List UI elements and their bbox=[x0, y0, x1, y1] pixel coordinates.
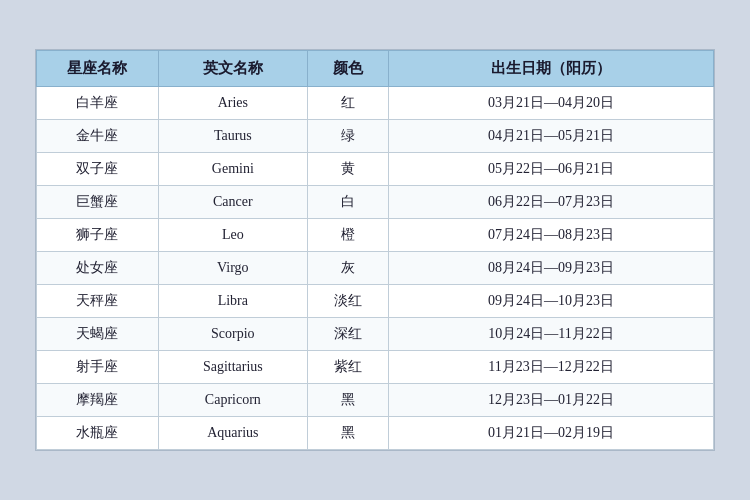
table-row: 处女座Virgo灰08月24日—09月23日 bbox=[37, 252, 714, 285]
table-row: 水瓶座Aquarius黑01月21日—02月19日 bbox=[37, 417, 714, 450]
cell-chinese-5: 处女座 bbox=[37, 252, 159, 285]
zodiac-table-container: 星座名称 英文名称 颜色 出生日期（阳历） 白羊座Aries红03月21日—04… bbox=[35, 49, 715, 451]
cell-date-6: 09月24日—10月23日 bbox=[389, 285, 714, 318]
table-row: 金牛座Taurus绿04月21日—05月21日 bbox=[37, 120, 714, 153]
cell-english-3: Cancer bbox=[158, 186, 307, 219]
cell-date-5: 08月24日—09月23日 bbox=[389, 252, 714, 285]
cell-english-0: Aries bbox=[158, 87, 307, 120]
cell-date-9: 12月23日—01月22日 bbox=[389, 384, 714, 417]
cell-english-2: Gemini bbox=[158, 153, 307, 186]
cell-english-7: Scorpio bbox=[158, 318, 307, 351]
table-row: 天秤座Libra淡红09月24日—10月23日 bbox=[37, 285, 714, 318]
table-row: 巨蟹座Cancer白06月22日—07月23日 bbox=[37, 186, 714, 219]
header-chinese: 星座名称 bbox=[37, 51, 159, 87]
table-row: 双子座Gemini黄05月22日—06月21日 bbox=[37, 153, 714, 186]
table-row: 天蝎座Scorpio深红10月24日—11月22日 bbox=[37, 318, 714, 351]
cell-english-4: Leo bbox=[158, 219, 307, 252]
header-english: 英文名称 bbox=[158, 51, 307, 87]
cell-color-5: 灰 bbox=[307, 252, 388, 285]
table-row: 白羊座Aries红03月21日—04月20日 bbox=[37, 87, 714, 120]
cell-chinese-3: 巨蟹座 bbox=[37, 186, 159, 219]
cell-date-1: 04月21日—05月21日 bbox=[389, 120, 714, 153]
cell-chinese-7: 天蝎座 bbox=[37, 318, 159, 351]
cell-date-2: 05月22日—06月21日 bbox=[389, 153, 714, 186]
cell-color-8: 紫红 bbox=[307, 351, 388, 384]
table-header-row: 星座名称 英文名称 颜色 出生日期（阳历） bbox=[37, 51, 714, 87]
cell-color-3: 白 bbox=[307, 186, 388, 219]
cell-date-10: 01月21日—02月19日 bbox=[389, 417, 714, 450]
cell-color-4: 橙 bbox=[307, 219, 388, 252]
cell-chinese-6: 天秤座 bbox=[37, 285, 159, 318]
cell-chinese-10: 水瓶座 bbox=[37, 417, 159, 450]
cell-english-1: Taurus bbox=[158, 120, 307, 153]
cell-date-0: 03月21日—04月20日 bbox=[389, 87, 714, 120]
header-color: 颜色 bbox=[307, 51, 388, 87]
cell-chinese-1: 金牛座 bbox=[37, 120, 159, 153]
cell-english-8: Sagittarius bbox=[158, 351, 307, 384]
cell-date-3: 06月22日—07月23日 bbox=[389, 186, 714, 219]
header-date: 出生日期（阳历） bbox=[389, 51, 714, 87]
cell-chinese-0: 白羊座 bbox=[37, 87, 159, 120]
cell-color-1: 绿 bbox=[307, 120, 388, 153]
cell-chinese-8: 射手座 bbox=[37, 351, 159, 384]
cell-color-7: 深红 bbox=[307, 318, 388, 351]
cell-date-8: 11月23日—12月22日 bbox=[389, 351, 714, 384]
table-row: 摩羯座Capricorn黑12月23日—01月22日 bbox=[37, 384, 714, 417]
cell-color-6: 淡红 bbox=[307, 285, 388, 318]
cell-color-9: 黑 bbox=[307, 384, 388, 417]
table-row: 狮子座Leo橙07月24日—08月23日 bbox=[37, 219, 714, 252]
table-row: 射手座Sagittarius紫红11月23日—12月22日 bbox=[37, 351, 714, 384]
cell-english-10: Aquarius bbox=[158, 417, 307, 450]
cell-color-0: 红 bbox=[307, 87, 388, 120]
cell-chinese-2: 双子座 bbox=[37, 153, 159, 186]
cell-english-9: Capricorn bbox=[158, 384, 307, 417]
cell-color-2: 黄 bbox=[307, 153, 388, 186]
cell-date-4: 07月24日—08月23日 bbox=[389, 219, 714, 252]
cell-english-5: Virgo bbox=[158, 252, 307, 285]
cell-color-10: 黑 bbox=[307, 417, 388, 450]
cell-english-6: Libra bbox=[158, 285, 307, 318]
zodiac-table: 星座名称 英文名称 颜色 出生日期（阳历） 白羊座Aries红03月21日—04… bbox=[36, 50, 714, 450]
cell-date-7: 10月24日—11月22日 bbox=[389, 318, 714, 351]
cell-chinese-9: 摩羯座 bbox=[37, 384, 159, 417]
cell-chinese-4: 狮子座 bbox=[37, 219, 159, 252]
